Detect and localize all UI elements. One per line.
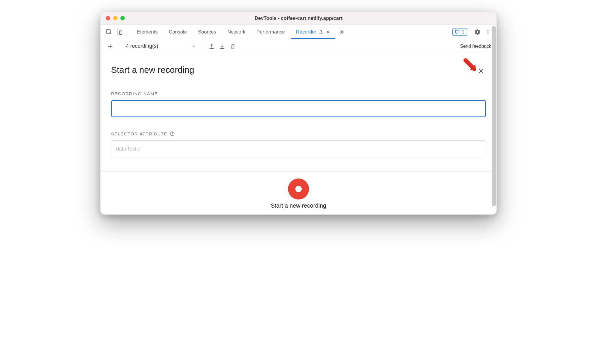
scrollbar[interactable] [492,26,496,214]
tab-label: Performance [257,29,285,35]
close-tab-icon[interactable] [326,30,330,34]
help-icon[interactable] [170,131,175,136]
window-controls [101,16,125,20]
divider [203,43,203,50]
svg-point-3 [487,30,488,31]
export-icon[interactable] [207,42,216,51]
settings-icon[interactable] [473,28,482,36]
issues-count: 1 [462,29,464,35]
svg-rect-2 [120,31,122,34]
tab-label: Console [169,29,187,35]
scrollbar-thumb[interactable] [492,26,496,206]
divider [128,28,128,36]
tab-label: Elements [137,29,158,35]
window-close-button[interactable] [106,16,110,20]
tab-label: Sources [198,29,216,35]
tab-elements[interactable]: Elements [132,25,162,39]
tab-performance[interactable]: Performance [252,25,289,39]
start-recording-button[interactable] [288,179,309,199]
flask-icon [319,30,323,34]
tab-sources[interactable]: Sources [193,25,221,39]
start-recording-label: Start a new recording [271,202,326,209]
panel-title: Start a new recording [111,65,486,75]
selector-attribute-label: SELECTOR ATTRIBUTE [111,131,486,136]
svg-point-5 [487,33,488,34]
devtools-window: DevTools - coffee-cart.netlify.app/cart … [100,12,497,215]
add-recording-icon[interactable] [106,42,115,51]
delete-icon[interactable] [228,42,237,51]
selector-attribute-field: SELECTOR ATTRIBUTE [111,131,486,157]
tab-label: Recorder [296,29,316,35]
close-panel-icon[interactable] [478,68,484,74]
recordings-dropdown[interactable]: 4 recording(s) [123,43,199,49]
panel-footer: Start a new recording [101,171,496,214]
selector-attribute-input[interactable] [111,140,486,157]
window-title: DevTools - coffee-cart.netlify.app/cart [101,15,496,21]
tab-console[interactable]: Console [164,25,192,39]
chevron-down-icon [191,44,196,49]
titlebar: DevTools - coffee-cart.netlify.app/cart [101,12,496,25]
more-tabs-icon[interactable] [337,28,345,36]
device-toggle-icon[interactable] [115,28,124,36]
record-dot-icon [295,186,302,192]
kebab-menu-icon[interactable] [484,28,492,36]
divider [119,43,119,50]
recording-name-field: RECORDING NAME [111,91,486,117]
tab-network[interactable]: Network [223,25,250,39]
chat-icon [455,29,460,35]
tab-recorder[interactable]: Recorder [291,25,335,39]
recording-name-input[interactable] [111,100,486,117]
issues-badge[interactable]: 1 [452,29,467,36]
tab-label: Network [227,29,245,35]
selector-attribute-label-text: SELECTOR ATTRIBUTE [111,131,167,136]
window-minimize-button[interactable] [113,16,117,20]
recorder-panel: Start a new recording RECORDING NAME SEL… [101,53,496,157]
recorder-toolbar: 4 recording(s) Send feedback [101,39,496,53]
window-maximize-button[interactable] [120,16,125,20]
svg-point-4 [487,31,488,32]
inspect-element-icon[interactable] [105,28,113,36]
recording-name-label: RECORDING NAME [111,91,486,96]
send-feedback-link[interactable]: Send feedback [460,44,491,49]
import-icon[interactable] [218,42,226,51]
tabs-bar: Elements Console Sources Network Perform… [101,25,496,39]
dropdown-label: 4 recording(s) [126,43,158,49]
